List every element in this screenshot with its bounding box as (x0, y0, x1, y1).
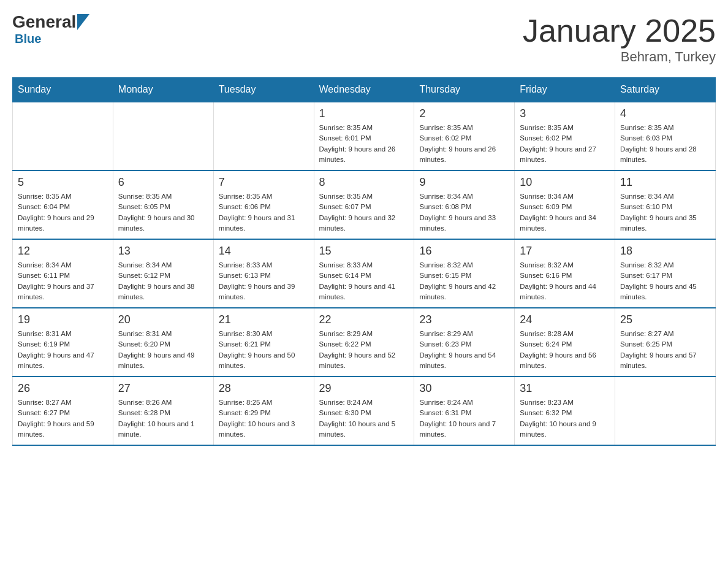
day-info: Sunrise: 8:33 AMSunset: 6:14 PMDaylight:… (319, 260, 409, 302)
title-block: January 2025 Behram, Turkey (523, 12, 716, 65)
day-info: Sunrise: 8:32 AMSunset: 6:16 PMDaylight:… (520, 260, 610, 302)
calendar-week-row: 5Sunrise: 8:35 AMSunset: 6:04 PMDaylight… (13, 170, 716, 239)
day-number: 30 (419, 382, 509, 395)
day-info: Sunrise: 8:26 AMSunset: 6:28 PMDaylight:… (118, 397, 208, 440)
calendar-cell: 27Sunrise: 8:26 AMSunset: 6:28 PMDayligh… (113, 377, 213, 445)
day-info: Sunrise: 8:35 AMSunset: 6:04 PMDaylight:… (18, 191, 108, 234)
day-number: 2 (419, 107, 509, 120)
day-number: 23 (419, 313, 509, 326)
calendar-cell: 9Sunrise: 8:34 AMSunset: 6:08 PMDaylight… (414, 170, 515, 239)
day-number: 24 (520, 313, 610, 326)
calendar-cell: 5Sunrise: 8:35 AMSunset: 6:04 PMDaylight… (13, 170, 113, 239)
calendar-cell: 22Sunrise: 8:29 AMSunset: 6:22 PMDayligh… (314, 308, 414, 377)
calendar-cell: 7Sunrise: 8:35 AMSunset: 6:06 PMDaylight… (213, 170, 314, 239)
calendar-header-wednesday: Wednesday (314, 78, 414, 102)
calendar-cell: 24Sunrise: 8:28 AMSunset: 6:24 PMDayligh… (515, 308, 615, 377)
day-number: 13 (118, 245, 208, 258)
day-number: 14 (219, 245, 309, 258)
calendar-cell: 12Sunrise: 8:34 AMSunset: 6:11 PMDayligh… (13, 239, 113, 308)
calendar-cell: 2Sunrise: 8:35 AMSunset: 6:02 PMDaylight… (414, 102, 515, 170)
calendar-cell (13, 102, 113, 170)
day-number: 1 (319, 107, 409, 120)
calendar-header-thursday: Thursday (414, 78, 515, 102)
day-info: Sunrise: 8:35 AMSunset: 6:06 PMDaylight:… (219, 191, 309, 234)
calendar-cell: 19Sunrise: 8:31 AMSunset: 6:19 PMDayligh… (13, 308, 113, 377)
day-info: Sunrise: 8:28 AMSunset: 6:24 PMDaylight:… (520, 329, 610, 371)
day-info: Sunrise: 8:35 AMSunset: 6:02 PMDaylight:… (419, 123, 509, 165)
calendar-header-tuesday: Tuesday (213, 78, 314, 102)
day-info: Sunrise: 8:29 AMSunset: 6:23 PMDaylight:… (419, 329, 509, 371)
calendar-cell: 17Sunrise: 8:32 AMSunset: 6:16 PMDayligh… (515, 239, 615, 308)
calendar-header-row: SundayMondayTuesdayWednesdayThursdayFrid… (13, 78, 716, 102)
day-number: 5 (18, 176, 108, 189)
calendar-cell: 30Sunrise: 8:24 AMSunset: 6:31 PMDayligh… (414, 377, 515, 445)
day-info: Sunrise: 8:31 AMSunset: 6:19 PMDaylight:… (18, 329, 108, 371)
calendar-header-friday: Friday (515, 78, 615, 102)
calendar-cell: 1Sunrise: 8:35 AMSunset: 6:01 PMDaylight… (314, 102, 414, 170)
logo-blue-text: Blue (15, 32, 41, 45)
day-number: 15 (319, 245, 409, 258)
calendar-cell: 3Sunrise: 8:35 AMSunset: 6:02 PMDaylight… (515, 102, 615, 170)
calendar-cell: 15Sunrise: 8:33 AMSunset: 6:14 PMDayligh… (314, 239, 414, 308)
day-number: 28 (219, 382, 309, 395)
calendar-cell: 10Sunrise: 8:34 AMSunset: 6:09 PMDayligh… (515, 170, 615, 239)
calendar-cell: 4Sunrise: 8:35 AMSunset: 6:03 PMDaylight… (615, 102, 716, 170)
calendar-cell: 18Sunrise: 8:32 AMSunset: 6:17 PMDayligh… (615, 239, 716, 308)
day-number: 17 (520, 245, 610, 258)
day-number: 21 (219, 313, 309, 326)
day-info: Sunrise: 8:34 AMSunset: 6:12 PMDaylight:… (118, 260, 208, 302)
day-number: 8 (319, 176, 409, 189)
day-info: Sunrise: 8:34 AMSunset: 6:11 PMDaylight:… (18, 260, 108, 302)
day-info: Sunrise: 8:24 AMSunset: 6:30 PMDaylight:… (319, 397, 409, 440)
calendar-header-sunday: Sunday (13, 78, 113, 102)
calendar-week-row: 26Sunrise: 8:27 AMSunset: 6:27 PMDayligh… (13, 377, 716, 445)
day-number: 18 (620, 245, 710, 258)
svg-marker-0 (77, 14, 89, 30)
day-info: Sunrise: 8:34 AMSunset: 6:10 PMDaylight:… (620, 191, 710, 234)
day-number: 6 (118, 176, 208, 189)
calendar-cell: 14Sunrise: 8:33 AMSunset: 6:13 PMDayligh… (213, 239, 314, 308)
day-number: 31 (520, 382, 610, 395)
day-info: Sunrise: 8:35 AMSunset: 6:02 PMDaylight:… (520, 123, 610, 165)
calendar-cell: 21Sunrise: 8:30 AMSunset: 6:21 PMDayligh… (213, 308, 314, 377)
day-info: Sunrise: 8:34 AMSunset: 6:08 PMDaylight:… (419, 191, 509, 234)
day-info: Sunrise: 8:29 AMSunset: 6:22 PMDaylight:… (319, 329, 409, 371)
page-header: General Blue January 2025 Behram, Turkey (12, 12, 716, 65)
day-number: 10 (520, 176, 610, 189)
day-info: Sunrise: 8:35 AMSunset: 6:05 PMDaylight:… (118, 191, 208, 234)
calendar-cell (113, 102, 213, 170)
day-info: Sunrise: 8:34 AMSunset: 6:09 PMDaylight:… (520, 191, 610, 234)
calendar-cell: 23Sunrise: 8:29 AMSunset: 6:23 PMDayligh… (414, 308, 515, 377)
day-info: Sunrise: 8:23 AMSunset: 6:32 PMDaylight:… (520, 397, 610, 440)
day-number: 22 (319, 313, 409, 326)
day-info: Sunrise: 8:25 AMSunset: 6:29 PMDaylight:… (219, 397, 309, 440)
day-info: Sunrise: 8:27 AMSunset: 6:25 PMDaylight:… (620, 329, 710, 371)
day-info: Sunrise: 8:35 AMSunset: 6:03 PMDaylight:… (620, 123, 710, 165)
calendar-header-monday: Monday (113, 78, 213, 102)
logo: General Blue (12, 12, 89, 46)
day-number: 29 (319, 382, 409, 395)
day-info: Sunrise: 8:30 AMSunset: 6:21 PMDaylight:… (219, 329, 309, 371)
calendar-cell: 16Sunrise: 8:32 AMSunset: 6:15 PMDayligh… (414, 239, 515, 308)
logo-triangle-icon (77, 14, 89, 30)
calendar-cell: 20Sunrise: 8:31 AMSunset: 6:20 PMDayligh… (113, 308, 213, 377)
calendar-cell: 11Sunrise: 8:34 AMSunset: 6:10 PMDayligh… (615, 170, 716, 239)
day-number: 26 (18, 382, 108, 395)
calendar-week-row: 1Sunrise: 8:35 AMSunset: 6:01 PMDaylight… (13, 102, 716, 170)
day-info: Sunrise: 8:33 AMSunset: 6:13 PMDaylight:… (219, 260, 309, 302)
day-info: Sunrise: 8:35 AMSunset: 6:01 PMDaylight:… (319, 123, 409, 165)
day-info: Sunrise: 8:31 AMSunset: 6:20 PMDaylight:… (118, 329, 208, 371)
day-number: 27 (118, 382, 208, 395)
day-number: 7 (219, 176, 309, 189)
calendar-week-row: 19Sunrise: 8:31 AMSunset: 6:19 PMDayligh… (13, 308, 716, 377)
day-number: 16 (419, 245, 509, 258)
day-info: Sunrise: 8:24 AMSunset: 6:31 PMDaylight:… (419, 397, 509, 440)
day-number: 25 (620, 313, 710, 326)
day-number: 11 (620, 176, 710, 189)
day-info: Sunrise: 8:35 AMSunset: 6:07 PMDaylight:… (319, 191, 409, 234)
calendar-cell (615, 377, 716, 445)
day-number: 9 (419, 176, 509, 189)
day-number: 19 (18, 313, 108, 326)
calendar-cell: 25Sunrise: 8:27 AMSunset: 6:25 PMDayligh… (615, 308, 716, 377)
day-info: Sunrise: 8:32 AMSunset: 6:15 PMDaylight:… (419, 260, 509, 302)
